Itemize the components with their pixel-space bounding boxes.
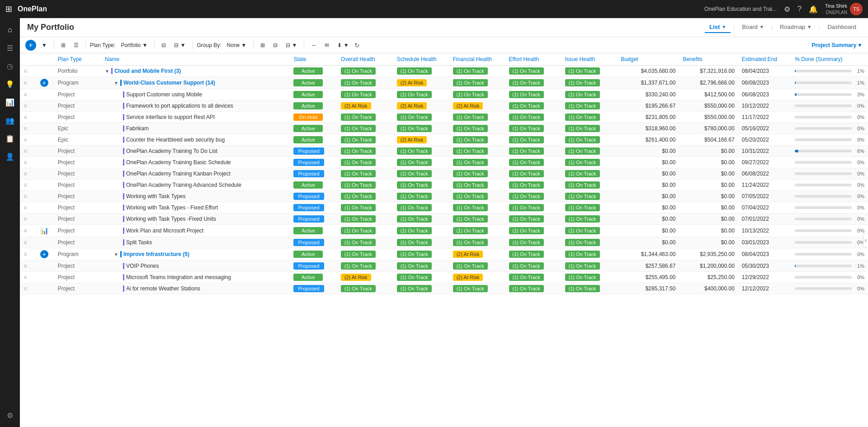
sidebar-history-icon[interactable]: ◷ [2,58,18,74]
settings-nav-icon[interactable]: ⚙ [784,5,790,14]
drag-handle[interactable]: ≡ [20,225,37,237]
drag-handle[interactable]: ≡ [20,237,37,248]
name-cell[interactable]: Counter the Heartbleed web security bug [101,134,290,146]
col-header-issue[interactable]: Issue Health [561,53,618,66]
columns-btn[interactable]: ⊞ [258,41,268,50]
row-icon-cell[interactable] [37,237,54,248]
layout-btn[interactable]: ⊟ [159,41,169,50]
col-header-benefits[interactable]: Benefits [679,53,738,66]
col-header-schedule[interactable]: Schedule Health [393,53,449,66]
share-btn[interactable]: ↔ [308,41,319,50]
drag-handle[interactable]: ≡ [20,191,37,202]
col-header-budget[interactable]: Budget [617,53,679,66]
row-icon-cell[interactable]: 📊 [37,225,54,237]
drag-handle[interactable]: ≡ [20,66,37,77]
add-dropdown-btn[interactable]: ▼ [39,41,50,50]
name-cell[interactable]: OnePlan Academy Training To Do List [101,146,290,157]
add-child-icon[interactable]: + [40,250,48,258]
row-icon-cell[interactable] [37,191,54,202]
list-tab-arrow[interactable]: ▼ [722,24,726,29]
add-button[interactable]: + [25,40,36,51]
col-header-estend[interactable]: Estimated End [738,53,791,66]
name-cell[interactable]: OnePlan Academy Training Basic Schedule [101,157,290,168]
row-icon-cell[interactable] [37,66,54,77]
tab-board[interactable]: Board ▼ [737,22,769,33]
sidebar-person-icon[interactable]: 👤 [2,148,18,165]
col-header-name[interactable]: Name [101,53,290,66]
project-summary-btn[interactable]: Project Summary ▼ [811,42,863,48]
col-header-effort[interactable]: Effort Health [505,53,561,66]
name-cell[interactable]: Working with Task Types [101,191,290,202]
drag-handle[interactable]: ≡ [20,283,37,294]
row-icon-cell[interactable] [37,272,54,283]
name-cell[interactable]: Microsoft Teams Integration and messagin… [101,272,290,283]
col-header-pct[interactable]: % Done (Summary) [791,53,868,66]
columns-btn2[interactable]: ⊟ [270,41,280,50]
help-icon[interactable]: ? [797,5,802,13]
roadmap-tab-arrow[interactable]: ▼ [807,24,811,29]
collapse-arrow[interactable]: ▼ [114,81,118,85]
name-cell[interactable]: VOIP Phones [101,261,290,272]
tab-roadmap[interactable]: Roadmap ▼ [775,22,816,33]
drag-handle[interactable]: ≡ [20,272,37,283]
drag-handle[interactable]: ≡ [20,100,37,112]
refresh-icon[interactable]: ↻ [354,42,360,49]
collapse-arrow[interactable]: ▼ [105,69,109,74]
sidebar-idea-icon[interactable]: 💡 [2,76,18,92]
view-options-btn[interactable]: ⊟ ▼ [283,41,300,50]
collapse-arrow[interactable]: ▼ [114,252,118,257]
drag-handle[interactable]: ≡ [20,248,37,261]
tab-dashboard[interactable]: Dashboard [823,22,861,33]
row-icon-cell[interactable]: + [37,77,54,89]
drag-handle[interactable]: ≡ [20,180,37,191]
col-header-overall[interactable]: Overall Health [337,53,393,66]
name-cell[interactable]: Service interface to support Rest API [101,112,290,123]
drag-handle[interactable]: ≡ [20,214,37,225]
row-icon-cell[interactable] [37,89,54,100]
row-icon-cell[interactable] [37,168,54,180]
drag-handle[interactable]: ≡ [20,112,37,123]
sidebar-portfolio-icon[interactable]: ☰ [2,40,18,56]
grid-icon[interactable]: ⊞ [5,4,12,14]
row-icon-cell[interactable] [37,261,54,272]
name-cell[interactable]: Work Plan and Microsoft Project [101,225,290,237]
name-cell[interactable]: ▼Improve Infrastructure (5) [101,248,290,261]
drag-handle[interactable]: ≡ [20,168,37,180]
export-btn[interactable]: ⬇ ▼ [335,41,351,50]
drag-handle[interactable]: ≡ [20,202,37,214]
drag-handle[interactable]: ≡ [20,157,37,168]
right-panel-toggle[interactable]: ‹ [863,233,868,247]
row-icon-cell[interactable] [37,146,54,157]
sidebar-reports-icon[interactable]: 📋 [2,130,18,147]
avatar[interactable]: TS [850,3,863,15]
bell-icon[interactable]: 🔔 [809,5,818,14]
row-icon-cell[interactable] [37,157,54,168]
grid-view-btn[interactable]: ⊞ [58,41,68,50]
sidebar-settings-icon[interactable]: ⚙ [2,407,18,423]
col-header-state[interactable]: State [290,53,337,66]
filter-btn[interactable]: ⊟ ▼ [171,41,188,50]
plan-type-dropdown[interactable]: Portfolio ▼ [118,41,150,50]
row-icon-cell[interactable] [37,283,54,294]
name-cell[interactable]: Support Customer using Mobile [101,89,290,100]
name-cell[interactable]: Ai for remote Weather Stations [101,283,290,294]
drag-handle[interactable]: ≡ [20,146,37,157]
row-icon-cell[interactable] [37,180,54,191]
row-icon-cell[interactable]: + [37,248,54,261]
col-header-financial[interactable]: Financial Health [449,53,505,66]
grid-container[interactable]: Plan Type Name State Overall Health Sche… [20,53,868,427]
sidebar-analytics-icon[interactable]: 📊 [2,94,18,110]
name-cell[interactable]: Framework to port applications to all de… [101,100,290,112]
add-child-icon[interactable]: + [40,79,48,87]
row-icon-cell[interactable] [37,202,54,214]
board-tab-arrow[interactable]: ▼ [760,24,764,29]
name-cell[interactable]: ▼World-Class Customer Support (14) [101,77,290,89]
name-cell[interactable]: Working with Task Types -Fixed Units [101,214,290,225]
row-icon-cell[interactable] [37,112,54,123]
drag-handle[interactable]: ≡ [20,77,37,89]
name-cell[interactable]: OnePlan Academy Training Advanced Schedu… [101,180,290,191]
sidebar-home-icon[interactable]: ⌂ [2,22,18,38]
drag-handle[interactable]: ≡ [20,134,37,146]
row-icon-cell[interactable] [37,123,54,134]
name-cell[interactable]: Fabrikam [101,123,290,134]
